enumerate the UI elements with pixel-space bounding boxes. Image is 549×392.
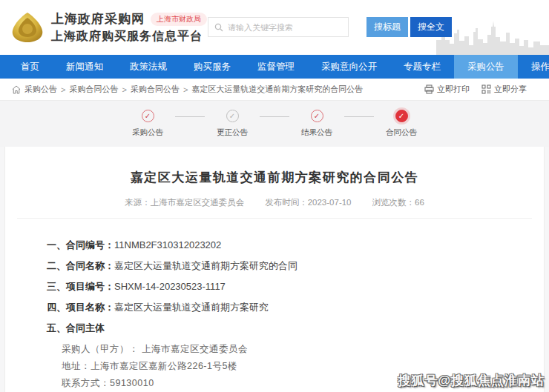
search-input[interactable]	[228, 23, 342, 32]
field-project-number: 三、项目编号：SHXM-14-20230523-1117	[47, 281, 544, 293]
step-correction-announcement[interactable]: ✓ 更正公告	[205, 110, 260, 138]
detail-address: 地址：上海市嘉定区嘉新公路226-1号5楼	[62, 360, 544, 372]
qrcode-share-icon	[481, 84, 491, 94]
site-title-block: 上海政府采购网 上海市财政局 上海政府购买服务信息平台	[51, 10, 207, 44]
step-label: 更正公告	[205, 127, 260, 138]
nav-item-special[interactable]: 专题专栏	[390, 55, 454, 79]
main-nav: 首页 新闻通知 政策法规 购买服务 监督管理 采购意向公开 专题专栏 采购公告 …	[0, 55, 549, 79]
stepper-band: ✓ 采购公告 ✓ 更正公告 ✓ 结果公告 ✓ 合同公告	[0, 101, 549, 147]
detail-purchaser: 采购人（甲方）： 上海市嘉定区交通委员会	[62, 343, 544, 355]
field-label: 一、合同编号：	[47, 239, 114, 250]
step-connector	[175, 116, 205, 117]
check-circle-icon: ✓	[395, 110, 408, 122]
print-label: 立即打印	[437, 84, 470, 95]
step-purchase-announcement[interactable]: ✓ 采购公告	[120, 110, 175, 138]
field-contract-number: 一、合同编号：11NMB2F310312023202	[47, 239, 544, 251]
announcement-stepper: ✓ 采购公告 ✓ 更正公告 ✓ 结果公告 ✓ 合同公告	[120, 110, 429, 138]
field-value: 嘉定区大运量轨道交通前期方案研究的合同	[114, 260, 297, 271]
search-fulltext-button[interactable]: 搜全文	[410, 17, 452, 37]
nav-item-supervision[interactable]: 监督管理	[244, 55, 308, 79]
print-button[interactable]: 立即打印	[424, 84, 470, 95]
crumb-separator: >	[183, 85, 188, 94]
page-header: 上海政府采购网 上海市财政局 上海政府购买服务信息平台 搜标题 搜全文	[0, 0, 549, 55]
field-value: 11NMB2F310312023202	[114, 239, 221, 250]
step-label: 采购公告	[120, 127, 175, 138]
crumb-separator: >	[61, 85, 65, 94]
search-icon	[214, 23, 223, 32]
step-connector	[260, 116, 289, 117]
field-label: 二、合同名称：	[47, 260, 114, 271]
site-subtitle: 上海政府购买服务信息平台	[51, 29, 207, 44]
field-label: 五、合同主体	[47, 322, 105, 333]
step-contract-announcement[interactable]: ✓ 合同公告	[374, 110, 429, 138]
finance-bureau-badge: 上海市财政局	[151, 13, 207, 26]
crumb-contract-list[interactable]: 采购合同公告	[69, 84, 118, 95]
nav-item-purchase-service[interactable]: 购买服务	[180, 55, 244, 79]
sohu-watermark: 搜狐号@搜狐焦点淮南站	[398, 372, 545, 389]
search-box[interactable]	[208, 17, 349, 37]
nav-item-home[interactable]: 首页	[7, 55, 53, 79]
field-contract-name: 二、合同名称：嘉定区大运量轨道交通前期方案研究的合同	[47, 260, 544, 272]
city-skyline-graphic	[436, 21, 549, 55]
nav-item-news[interactable]: 新闻通知	[53, 55, 116, 79]
nav-item-announcements[interactable]: 采购公告	[454, 55, 518, 79]
field-label: 三、项目编号：	[47, 281, 114, 292]
step-label: 合同公告	[374, 127, 429, 138]
field-project-name: 四、项目名称：嘉定区大运量轨道交通前期方案研究	[47, 302, 544, 313]
step-label: 结果公告	[289, 127, 344, 138]
nav-item-policy[interactable]: 政策法规	[116, 55, 180, 79]
crumb-separator: >	[122, 85, 126, 94]
page-title: 嘉定区大运量轨道交通前期方案研究的合同公告	[5, 147, 544, 186]
step-connector	[344, 116, 374, 117]
site-name: 上海政府采购网	[51, 10, 145, 27]
crumb-announcements[interactable]: 采购公告	[24, 84, 57, 95]
article-meta: 来源：上海市嘉定区交通委员会 发布时间：2023-07-10 浏览次数：66	[5, 197, 544, 208]
home-icon[interactable]	[12, 85, 21, 94]
share-button[interactable]: 立即分享	[481, 84, 527, 95]
crumb-contract-list-2[interactable]: 采购合同公告	[131, 84, 180, 95]
nav-item-instructions[interactable]: 操作须知	[518, 55, 549, 79]
meta-source: 来源：上海市嘉定区交通委员会	[125, 197, 244, 208]
field-value: 嘉定区大运量轨道交通前期方案研究	[114, 302, 269, 313]
meta-publish-date: 发布时间：2023-07-10	[265, 197, 351, 208]
printer-icon	[424, 84, 434, 94]
breadcrumb: 采购公告 > 采购合同公告 > 采购合同公告 > 嘉定区大运量轨道交通前期方案研…	[0, 79, 549, 101]
field-value: SHXM-14-20230523-1117	[114, 281, 226, 292]
check-circle-icon: ✓	[142, 110, 154, 122]
nav-item-intention[interactable]: 采购意向公开	[308, 55, 390, 79]
contract-fields: 一、合同编号：11NMB2F310312023202 二、合同名称：嘉定区大运量…	[47, 239, 544, 334]
meta-view-count: 浏览次数：66	[372, 197, 424, 208]
crumb-current-page: 嘉定区大运量轨道交通前期方案研究的合同公告	[191, 84, 363, 95]
field-label: 四、项目名称：	[47, 302, 114, 313]
site-logo	[10, 10, 45, 44]
divider	[17, 218, 532, 219]
check-circle-icon: ✓	[226, 110, 239, 122]
step-result-announcement[interactable]: ✓ 结果公告	[289, 110, 344, 138]
check-circle-icon: ✓	[311, 110, 323, 122]
share-label: 立即分享	[494, 84, 527, 95]
header-search: 搜标题 搜全文	[208, 17, 452, 37]
search-title-button[interactable]: 搜标题	[366, 17, 408, 37]
field-contract-parties: 五、合同主体	[47, 322, 544, 334]
article-card: 嘉定区大运量轨道交通前期方案研究的合同公告 来源：上海市嘉定区交通委员会 发布时…	[4, 147, 545, 392]
